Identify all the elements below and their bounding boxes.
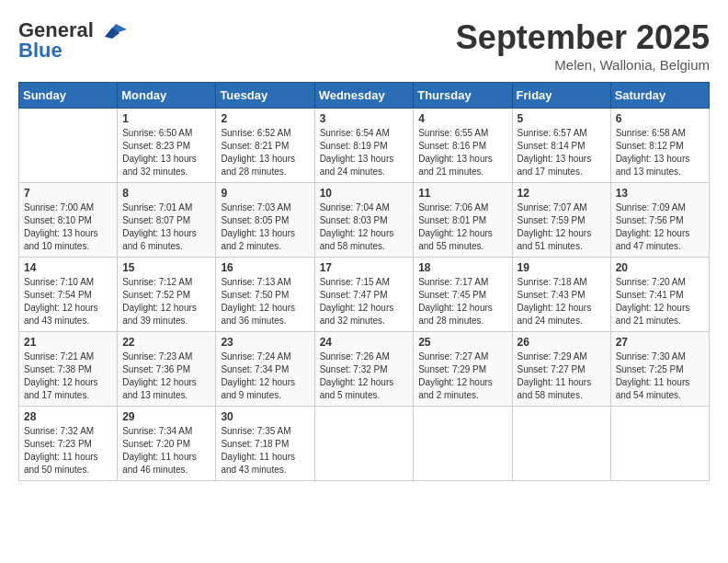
logo-text-blue: Blue	[18, 39, 63, 63]
day-info: Sunrise: 6:57 AM Sunset: 8:14 PM Dayligh…	[518, 127, 606, 178]
day-number: 24	[320, 336, 409, 349]
day-number: 20	[616, 261, 704, 274]
day-number: 9	[221, 187, 309, 200]
day-number: 29	[122, 410, 210, 423]
day-info: Sunrise: 7:12 AM Sunset: 7:52 PM Dayligh…	[122, 276, 210, 327]
calendar-cell	[610, 407, 709, 481]
day-info: Sunrise: 7:15 AM Sunset: 7:47 PM Dayligh…	[320, 276, 409, 327]
day-info: Sunrise: 7:00 AM Sunset: 8:10 PM Dayligh…	[24, 201, 112, 253]
calendar-cell: 22Sunrise: 7:23 AM Sunset: 7:36 PM Dayli…	[118, 332, 216, 407]
day-info: Sunrise: 6:58 AM Sunset: 8:12 PM Dayligh…	[616, 127, 704, 178]
day-header-tuesday: Tuesday	[216, 83, 314, 109]
day-number: 16	[221, 261, 309, 274]
day-number: 22	[122, 336, 210, 349]
calendar-cell: 8Sunrise: 7:01 AM Sunset: 8:07 PM Daylig…	[118, 183, 216, 258]
calendar-cell	[512, 407, 610, 481]
day-info: Sunrise: 7:23 AM Sunset: 7:36 PM Dayligh…	[122, 350, 210, 402]
location-subtitle: Melen, Wallonia, Belgium	[456, 57, 710, 73]
day-header-saturday: Saturday	[610, 83, 709, 109]
day-info: Sunrise: 7:34 AM Sunset: 7:20 PM Dayligh…	[122, 425, 210, 477]
day-info: Sunrise: 7:30 AM Sunset: 7:25 PM Dayligh…	[616, 350, 704, 402]
day-info: Sunrise: 7:29 AM Sunset: 7:27 PM Dayligh…	[518, 350, 606, 402]
day-info: Sunrise: 7:18 AM Sunset: 7:43 PM Dayligh…	[518, 276, 606, 327]
calendar-week-4: 21Sunrise: 7:21 AM Sunset: 7:38 PM Dayli…	[19, 332, 710, 407]
calendar-cell: 7Sunrise: 7:00 AM Sunset: 8:10 PM Daylig…	[19, 183, 118, 258]
day-info: Sunrise: 7:06 AM Sunset: 8:01 PM Dayligh…	[418, 201, 506, 253]
calendar-cell: 17Sunrise: 7:15 AM Sunset: 7:47 PM Dayli…	[314, 258, 414, 332]
calendar-cell	[19, 109, 118, 183]
day-info: Sunrise: 7:03 AM Sunset: 8:05 PM Dayligh…	[221, 201, 309, 253]
day-number: 17	[320, 261, 409, 274]
page-header: General Blue September 2025 Melen, Wallo…	[18, 18, 710, 73]
day-info: Sunrise: 7:21 AM Sunset: 7:38 PM Dayligh…	[24, 350, 112, 402]
calendar-cell: 23Sunrise: 7:24 AM Sunset: 7:34 PM Dayli…	[216, 332, 314, 407]
calendar-cell: 4Sunrise: 6:55 AM Sunset: 8:16 PM Daylig…	[414, 109, 512, 183]
calendar-cell: 18Sunrise: 7:17 AM Sunset: 7:45 PM Dayli…	[414, 258, 512, 332]
day-header-monday: Monday	[118, 83, 216, 109]
day-number: 13	[616, 187, 704, 200]
calendar-cell: 2Sunrise: 6:52 AM Sunset: 8:21 PM Daylig…	[216, 109, 314, 183]
calendar-cell: 26Sunrise: 7:29 AM Sunset: 7:27 PM Dayli…	[512, 332, 610, 407]
calendar-cell: 28Sunrise: 7:32 AM Sunset: 7:23 PM Dayli…	[19, 407, 118, 481]
day-number: 28	[24, 410, 112, 423]
day-info: Sunrise: 6:55 AM Sunset: 8:16 PM Dayligh…	[418, 127, 506, 178]
day-number: 30	[221, 410, 309, 423]
day-info: Sunrise: 7:04 AM Sunset: 8:03 PM Dayligh…	[320, 201, 409, 253]
calendar-cell: 11Sunrise: 7:06 AM Sunset: 8:01 PM Dayli…	[414, 183, 512, 258]
calendar-cell: 24Sunrise: 7:26 AM Sunset: 7:32 PM Dayli…	[314, 332, 414, 407]
day-number: 21	[24, 336, 112, 349]
calendar-cell	[314, 407, 414, 481]
day-info: Sunrise: 7:35 AM Sunset: 7:18 PM Dayligh…	[221, 425, 309, 477]
day-info: Sunrise: 7:26 AM Sunset: 7:32 PM Dayligh…	[320, 350, 409, 402]
calendar-cell: 14Sunrise: 7:10 AM Sunset: 7:54 PM Dayli…	[19, 258, 118, 332]
month-title: September 2025	[456, 18, 710, 57]
day-info: Sunrise: 7:20 AM Sunset: 7:41 PM Dayligh…	[616, 276, 704, 327]
calendar-cell: 6Sunrise: 6:58 AM Sunset: 8:12 PM Daylig…	[610, 109, 709, 183]
day-number: 8	[122, 187, 210, 200]
logo: General Blue	[18, 18, 127, 63]
calendar-cell: 19Sunrise: 7:18 AM Sunset: 7:43 PM Dayli…	[512, 258, 610, 332]
day-info: Sunrise: 7:01 AM Sunset: 8:07 PM Dayligh…	[122, 201, 210, 253]
day-info: Sunrise: 6:50 AM Sunset: 8:23 PM Dayligh…	[122, 127, 210, 178]
calendar-cell: 16Sunrise: 7:13 AM Sunset: 7:50 PM Dayli…	[216, 258, 314, 332]
day-number: 10	[320, 187, 409, 200]
calendar-table: SundayMondayTuesdayWednesdayThursdayFrid…	[18, 82, 710, 481]
day-info: Sunrise: 7:17 AM Sunset: 7:45 PM Dayligh…	[418, 276, 506, 327]
day-info: Sunrise: 7:10 AM Sunset: 7:54 PM Dayligh…	[24, 276, 112, 327]
calendar-cell: 15Sunrise: 7:12 AM Sunset: 7:52 PM Dayli…	[118, 258, 216, 332]
logo-bird-icon	[97, 20, 127, 40]
calendar-cell: 9Sunrise: 7:03 AM Sunset: 8:05 PM Daylig…	[216, 183, 314, 258]
day-number: 26	[518, 336, 606, 349]
day-number: 19	[518, 261, 606, 274]
calendar-week-2: 7Sunrise: 7:00 AM Sunset: 8:10 PM Daylig…	[19, 183, 710, 258]
day-info: Sunrise: 7:13 AM Sunset: 7:50 PM Dayligh…	[221, 276, 309, 327]
calendar-cell: 20Sunrise: 7:20 AM Sunset: 7:41 PM Dayli…	[610, 258, 709, 332]
calendar-cell	[414, 407, 512, 481]
day-number: 5	[518, 112, 606, 125]
day-header-friday: Friday	[512, 83, 610, 109]
calendar-cell: 10Sunrise: 7:04 AM Sunset: 8:03 PM Dayli…	[314, 183, 414, 258]
day-header-sunday: Sunday	[19, 83, 118, 109]
calendar-body: 1Sunrise: 6:50 AM Sunset: 8:23 PM Daylig…	[19, 109, 710, 481]
calendar-cell: 12Sunrise: 7:07 AM Sunset: 7:59 PM Dayli…	[512, 183, 610, 258]
calendar-cell: 30Sunrise: 7:35 AM Sunset: 7:18 PM Dayli…	[216, 407, 314, 481]
calendar-week-1: 1Sunrise: 6:50 AM Sunset: 8:23 PM Daylig…	[19, 109, 710, 183]
day-header-wednesday: Wednesday	[314, 83, 414, 109]
day-number: 11	[418, 187, 506, 200]
day-info: Sunrise: 7:07 AM Sunset: 7:59 PM Dayligh…	[518, 201, 606, 253]
calendar-header-row: SundayMondayTuesdayWednesdayThursdayFrid…	[19, 83, 710, 109]
day-header-thursday: Thursday	[414, 83, 512, 109]
day-info: Sunrise: 6:52 AM Sunset: 8:21 PM Dayligh…	[221, 127, 309, 178]
day-number: 18	[418, 261, 506, 274]
day-number: 3	[320, 112, 409, 125]
day-number: 23	[221, 336, 309, 349]
day-number: 15	[122, 261, 210, 274]
day-number: 27	[616, 336, 704, 349]
day-info: Sunrise: 7:24 AM Sunset: 7:34 PM Dayligh…	[221, 350, 309, 402]
title-area: September 2025 Melen, Wallonia, Belgium	[456, 18, 710, 73]
day-number: 7	[24, 187, 112, 200]
calendar-cell: 5Sunrise: 6:57 AM Sunset: 8:14 PM Daylig…	[512, 109, 610, 183]
day-number: 25	[418, 336, 506, 349]
day-number: 6	[616, 112, 704, 125]
calendar-cell: 27Sunrise: 7:30 AM Sunset: 7:25 PM Dayli…	[610, 332, 709, 407]
